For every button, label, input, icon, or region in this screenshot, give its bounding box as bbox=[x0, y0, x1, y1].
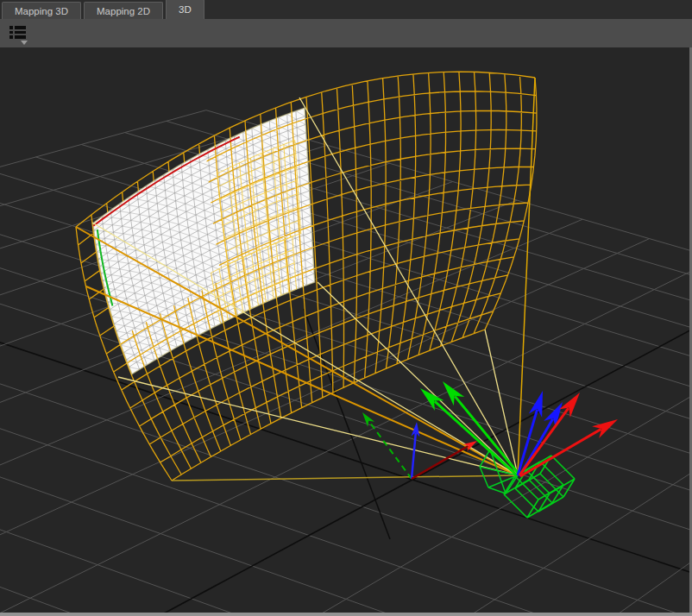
viewport-toolbar bbox=[0, 19, 692, 47]
viewport-3d[interactable] bbox=[0, 47, 692, 616]
tab-mapping-3d[interactable]: Mapping 3D bbox=[2, 2, 81, 19]
list-icon[interactable] bbox=[9, 26, 28, 39]
scene-canvas[interactable] bbox=[0, 47, 692, 616]
floor-grid bbox=[0, 110, 692, 616]
caret-down-icon[interactable] bbox=[21, 41, 28, 45]
app-window: Mapping 3D Mapping 2D 3D bbox=[0, 0, 692, 616]
tab-mapping-2d[interactable]: Mapping 2D bbox=[84, 2, 163, 19]
viewport-border-bottom bbox=[0, 613, 692, 616]
tab-3d[interactable]: 3D bbox=[166, 0, 204, 19]
tab-bar: Mapping 3D Mapping 2D 3D bbox=[0, 0, 692, 19]
